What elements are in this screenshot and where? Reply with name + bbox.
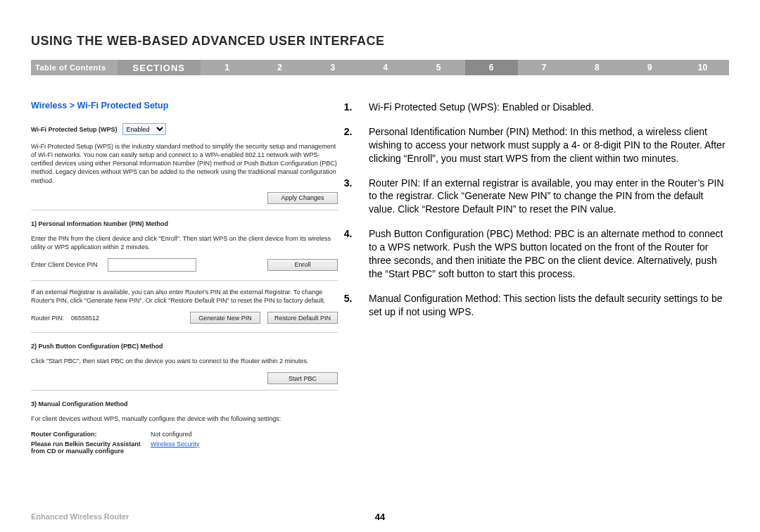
instruction-5: Manual Configuration Method: This sectio… [360, 292, 729, 319]
wps-label: Wi-Fi Protected Setup (WPS) [31, 126, 117, 133]
restore-default-pin-button[interactable]: Restore Default PIN [267, 312, 338, 324]
nav-sections-label: SECTIONS [118, 60, 201, 75]
nav-section-9[interactable]: 9 [623, 60, 676, 75]
instruction-3: Router PIN: If an external registrar is … [360, 177, 729, 217]
router-config-value: Not configured [151, 431, 338, 438]
nav-section-7[interactable]: 7 [518, 60, 571, 75]
enroll-button[interactable]: Enroll [267, 259, 338, 271]
instruction-2: Personal Identification Number (PIN) Met… [360, 125, 729, 165]
router-pin-value: 06558512 [71, 315, 99, 322]
instruction-list: Wi-Fi Protected Setup (WPS): Enabled or … [352, 101, 729, 319]
wps-select[interactable]: Enabled [122, 123, 166, 135]
manual-method-head: 3) Manual Configuration Method [31, 400, 338, 407]
nav-bar: Table of Contents SECTIONS 1 2 3 4 5 6 7… [31, 60, 729, 75]
wps-panel: Wi-Fi Protected Setup (WPS) Enabled Wi-F… [31, 123, 338, 455]
enter-pin-label: Enter Client Device PIN [31, 261, 98, 268]
breadcrumb: Wireless > Wi-Fi Protected Setup [31, 101, 338, 110]
nav-section-1[interactable]: 1 [201, 60, 253, 75]
nav-section-2[interactable]: 2 [253, 60, 306, 75]
router-config-label: Router Configuration: [31, 431, 151, 438]
footer: Enhanced Wireless Router 44 [31, 512, 729, 521]
start-pbc-button[interactable]: Start PBC [267, 372, 338, 384]
apply-changes-button[interactable]: Apply Changes [267, 192, 338, 204]
divider-1 [31, 210, 338, 210]
router-pin-label: Router PIN: [31, 315, 64, 322]
manual-method-desc: For client devices without WPS, manually… [31, 414, 338, 423]
pbc-method-head: 2) Push Button Configuration (PBC) Metho… [31, 343, 338, 350]
wireless-security-link[interactable]: Wireless Security [151, 441, 338, 455]
nav-section-6[interactable]: 6 [465, 60, 518, 75]
instruction-1: Wi-Fi Protected Setup (WPS): Enabled or … [360, 101, 729, 114]
generate-new-pin-button[interactable]: Generate New PIN [190, 312, 260, 324]
please-run-label: Please run Belkin Security Assistant fro… [31, 441, 151, 455]
nav-section-5[interactable]: 5 [412, 60, 464, 75]
nav-toc[interactable]: Table of Contents [31, 60, 118, 75]
divider-2 [31, 280, 338, 281]
instruction-4: Push Button Configuration (PBC) Method: … [360, 227, 729, 281]
nav-section-10[interactable]: 10 [676, 60, 729, 75]
pin-method-head: 1) Personal Information Number (PIN) Met… [31, 220, 338, 227]
nav-section-4[interactable]: 4 [359, 60, 412, 75]
divider-4 [31, 390, 338, 391]
nav-section-3[interactable]: 3 [306, 60, 359, 75]
nav-section-8[interactable]: 8 [571, 60, 623, 75]
divider-3 [31, 332, 338, 333]
client-pin-input[interactable] [108, 258, 196, 272]
page-number: 44 [31, 512, 729, 522]
pin-method-desc: Enter the PIN from the client device and… [31, 234, 338, 251]
page-title: USING THE WEB-BASED ADVANCED USER INTERF… [31, 34, 729, 49]
registrar-desc: If an external Registrar is available, y… [31, 288, 338, 305]
wps-desc: Wi-Fi Protected Setup (WPS) is the indus… [31, 142, 338, 185]
pbc-method-desc: Click "Start PBC", then start PBC on the… [31, 357, 338, 365]
